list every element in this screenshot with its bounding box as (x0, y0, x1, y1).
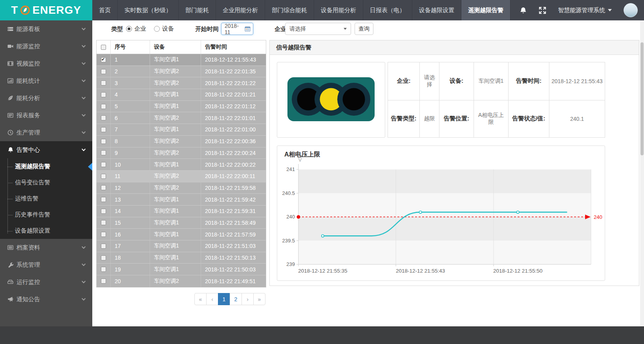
row-checkbox[interactable] (101, 174, 106, 179)
fullscreen-icon[interactable] (539, 7, 546, 14)
row-checkbox[interactable] (101, 92, 106, 97)
table-row[interactable]: 15车间空调12018-11-22 21:58:49 (97, 217, 266, 229)
page-scrollbar[interactable] (640, 20, 644, 326)
table-row[interactable]: 10车间空调12018-11-22 22:00:22 (97, 159, 266, 171)
sidebar-item-能源看板[interactable]: 能源看板 (0, 20, 92, 38)
bell-icon[interactable] (520, 7, 527, 14)
nav-item-企业用能分析[interactable]: 企业用能分析 (216, 0, 265, 20)
app-logo[interactable]: T ENERGY (0, 0, 92, 20)
sidebar-item-能耗分析[interactable]: 能耗分析 (0, 89, 92, 107)
nav-item-首页[interactable]: 首页 (92, 0, 118, 20)
table-row[interactable]: 2车间空调22018-11-22 22:01:35 (97, 66, 266, 78)
row-checkbox[interactable] (101, 139, 106, 144)
sidebar-item-视频监控[interactable]: 视频监控 (0, 55, 92, 72)
logo-text-suffix: ENERGY (32, 4, 81, 16)
sidebar-subitem-信号变位告警[interactable]: 信号变位告警 (0, 175, 92, 191)
avatar[interactable] (624, 3, 638, 17)
page-number-button[interactable]: 2 (230, 293, 242, 305)
sidebar-subitem-运维告警[interactable]: 运维告警 (0, 191, 92, 207)
sidebar-item-生产管理[interactable]: 生产管理 (0, 124, 92, 141)
table-row[interactable]: 6车间空调22018-11-22 22:01:01 (97, 112, 266, 124)
page-arrow-button[interactable]: « (194, 293, 207, 305)
row-checkbox[interactable] (101, 220, 106, 225)
table-row[interactable]: 3车间空调22018-11-22 22:01:22 (97, 77, 266, 89)
table-row[interactable]: 7车间空调12018-11-22 22:01:00 (97, 124, 266, 136)
table-row[interactable]: 8车间空调22018-11-22 22:00:36 (97, 136, 266, 147)
row-checkbox[interactable] (101, 57, 106, 62)
sidebar-item-能耗统计[interactable]: 能耗统计 (0, 72, 92, 89)
row-checkbox-cell (97, 182, 111, 194)
system-title-dropdown[interactable]: 智慧能源管理系统 (558, 7, 612, 14)
sidebar-item-能源监控[interactable]: 能源监控 (0, 38, 92, 55)
info-label: 告警时间: (508, 62, 549, 100)
row-checkbox[interactable] (101, 278, 106, 284)
sidebar-subitem-label: 遥测越限告警 (15, 163, 50, 170)
table-row[interactable]: 9车间空调22018-11-22 22:00:24 (97, 147, 266, 159)
nav-item-设备用能分析[interactable]: 设备用能分析 (314, 0, 363, 20)
row-checkbox[interactable] (101, 197, 106, 202)
nav-item-实时数据（秒级）[interactable]: 实时数据（秒级） (118, 0, 179, 20)
row-checkbox[interactable] (101, 267, 106, 272)
row-checkbox[interactable] (101, 127, 106, 132)
sidebar-item-label: 报表服务 (16, 112, 40, 119)
row-checkbox[interactable] (101, 232, 106, 237)
table-row[interactable]: 12车间空调22018-11-22 21:59:58 (97, 182, 266, 194)
row-checkbox[interactable] (101, 150, 106, 155)
page-arrow-button[interactable]: ‹ (206, 293, 218, 305)
table-row[interactable]: 14车间空调12018-11-22 21:59:31 (97, 206, 266, 217)
sidebar-subitem-设备越限设置[interactable]: 设备越限设置 (0, 223, 92, 239)
sidebar-subitem-遥测越限告警[interactable]: 遥测越限告警 (0, 158, 92, 175)
table-row[interactable]: 13车间空调12018-11-22 21:59:42 (97, 194, 266, 206)
row-checkbox[interactable] (101, 162, 106, 167)
nav-item-设备越限设置[interactable]: 设备越限设置 (412, 0, 461, 20)
calendar-icon[interactable] (245, 26, 251, 32)
row-alarm-time: 2018-11-22 21:59:58 (201, 182, 266, 194)
page-number-button[interactable]: 1 (218, 293, 230, 305)
enterprise-select[interactable]: 请选择 (285, 23, 351, 35)
select-all-checkbox[interactable] (101, 45, 106, 50)
sidebar-subitem-label: 运维告警 (15, 195, 38, 202)
type-radio-企业[interactable] (126, 26, 132, 32)
row-checkbox[interactable] (101, 115, 106, 120)
row-alarm-time: 2018-11-22 21:58:49 (201, 217, 266, 229)
page-arrow-button[interactable]: › (242, 293, 254, 305)
type-radio-label: 企业 (134, 25, 146, 33)
start-time-input[interactable]: 2018-11 (221, 23, 253, 35)
table-row[interactable]: 20车间空调22018-11-22 21:49:51 (97, 275, 266, 287)
page-arrow-button[interactable]: » (253, 293, 265, 305)
sidebar-item-报表服务[interactable]: 报表服务 (0, 107, 92, 124)
sidebar-item-告警中心[interactable]: 告警中心 (0, 141, 92, 158)
archive-icon (7, 244, 14, 251)
row-checkbox[interactable] (101, 244, 106, 249)
scrollbar-thumb[interactable] (640, 42, 644, 155)
row-checkbox[interactable] (101, 80, 106, 86)
table-row[interactable]: 11车间空调22018-11-22 22:00:11 (97, 171, 266, 182)
nav-item-部门综合能耗[interactable]: 部门综合能耗 (265, 0, 314, 20)
table-row[interactable]: 17车间空调12018-11-22 21:51:03 (97, 240, 266, 252)
sidebar-item-通知公告[interactable]: 通知公告 (0, 291, 92, 308)
table-row[interactable]: 4车间空调12018-11-22 22:01:21 (97, 89, 266, 101)
row-checkbox[interactable] (101, 104, 106, 109)
type-radio-设备[interactable] (154, 26, 160, 32)
row-no: 19 (111, 264, 150, 275)
table-row[interactable]: 16车间空调12018-11-22 21:57:59 (97, 229, 266, 240)
sidebar-subitem-历史事件告警[interactable]: 历史事件告警 (0, 207, 92, 223)
nav-item-日报表（电）[interactable]: 日报表（电） (363, 0, 412, 20)
chevron-down-icon (81, 27, 86, 31)
table-row[interactable]: 1车间空调12018-12-12 21:55:43 (97, 54, 266, 66)
sidebar-item-运行监控[interactable]: 运行监控 (0, 273, 92, 291)
nav-item-遥测越限告警[interactable]: 遥测越限告警 (461, 0, 510, 20)
row-device: 车间空调1 (150, 124, 201, 135)
row-checkbox[interactable] (101, 255, 106, 260)
row-checkbox[interactable] (101, 185, 106, 190)
table-row[interactable]: 5车间空调12018-11-22 22:01:12 (97, 101, 266, 113)
alarm-table-header: 序号设备告警时间 (97, 40, 266, 54)
nav-item-部门能耗[interactable]: 部门能耗 (179, 0, 216, 20)
sidebar-item-档案资料[interactable]: 档案资料 (0, 239, 92, 256)
sidebar-item-系统管理[interactable]: 系统管理 (0, 256, 92, 273)
row-checkbox[interactable] (101, 209, 106, 214)
row-checkbox[interactable] (101, 69, 106, 74)
table-row[interactable]: 18车间空调12018-11-22 21:50:13 (97, 252, 266, 264)
table-row[interactable]: 19车间空调12018-11-22 21:50:03 (97, 264, 266, 275)
query-button[interactable]: 查询 (355, 23, 373, 35)
